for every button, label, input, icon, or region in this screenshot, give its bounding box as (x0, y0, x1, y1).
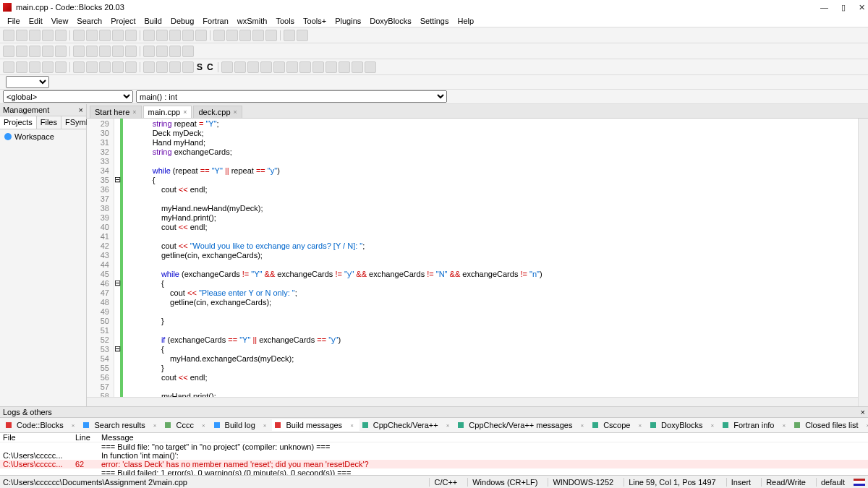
log-row[interactable]: C:\Users\ccccc...In function 'int main()… (0, 451, 868, 460)
log-tab-close-icon[interactable]: × (150, 421, 160, 429)
toolbar-button[interactable] (182, 61, 194, 73)
toolbar-button[interactable] (273, 61, 285, 73)
log-tab-close-icon[interactable]: × (635, 421, 644, 429)
toolbar-button[interactable] (73, 46, 85, 57)
menu-plugins[interactable]: Plugins (331, 17, 365, 25)
toolbar-button[interactable] (112, 46, 124, 57)
toolbar-button[interactable] (86, 46, 98, 57)
menu-tools+[interactable]: Tools+ (299, 17, 331, 25)
menu-doxyblocks[interactable]: DoxyBlocks (365, 17, 415, 25)
log-tab-close-icon[interactable]: × (443, 421, 453, 429)
toolbar-button[interactable] (125, 61, 137, 73)
toolbar-button[interactable] (86, 61, 98, 73)
log-tab[interactable]: Fortran info× (720, 419, 791, 431)
log-tab-close-icon[interactable]: × (199, 421, 208, 429)
log-tab[interactable]: Build log× (211, 419, 273, 431)
toolbar-button[interactable] (195, 30, 207, 41)
namespace-select[interactable]: <global> (3, 90, 133, 103)
workspace-node[interactable]: Workspace (0, 129, 86, 144)
maximize-button[interactable]: ▯ (841, 3, 846, 12)
toolbar-button[interactable] (73, 30, 85, 41)
toolbar-button[interactable] (112, 30, 124, 41)
tab-close-icon[interactable]: × (234, 108, 237, 116)
tab-close-icon[interactable]: × (183, 108, 187, 116)
toolbar-button[interactable] (112, 61, 124, 73)
toolbar-button[interactable] (339, 61, 350, 73)
toolbar-button[interactable] (29, 30, 41, 41)
log-tab-close-icon[interactable]: × (864, 421, 868, 429)
log-tab[interactable]: Build messages× (272, 419, 359, 431)
toolbar-button[interactable] (252, 30, 264, 41)
menu-edit[interactable]: Edit (25, 17, 47, 25)
function-select[interactable]: main() : int (136, 90, 447, 103)
log-tab[interactable]: Search results× (80, 419, 162, 431)
menu-wxsmith[interactable]: wxSmith (233, 17, 272, 25)
toolbar-button[interactable] (260, 61, 272, 73)
toolbar-button[interactable] (42, 30, 54, 41)
toolbar-button[interactable] (182, 30, 194, 41)
log-tab-close-icon[interactable]: × (708, 421, 718, 429)
toolbar-button[interactable] (3, 46, 14, 57)
mgmt-tab-files[interactable]: Files (37, 116, 61, 129)
toolbar-C[interactable]: C (205, 62, 215, 72)
toolbar-button[interactable] (143, 30, 155, 41)
toolbar-button[interactable] (16, 30, 27, 41)
toolbar-button[interactable] (221, 61, 233, 73)
vertical-scrollbar[interactable] (858, 119, 868, 406)
menu-tools[interactable]: Tools (271, 17, 299, 25)
toolbar-button[interactable] (3, 61, 14, 73)
toolbar-button[interactable] (99, 61, 111, 73)
toolbar-button[interactable] (299, 61, 311, 73)
menu-build[interactable]: Build (140, 17, 166, 25)
mgmt-tab-projects[interactable]: Projects (0, 116, 37, 129)
toolbar-button[interactable] (55, 61, 67, 73)
toolbar-button[interactable] (297, 30, 308, 41)
log-row[interactable]: === Build file: "no target" in "no proje… (0, 442, 868, 451)
toolbar-button[interactable] (29, 46, 41, 57)
toolbar-button[interactable] (169, 30, 181, 41)
code-editor[interactable]: 2930313233343536373839404142434445464748… (87, 119, 868, 406)
toolbar-button[interactable] (42, 61, 54, 73)
log-row[interactable]: C:\Users\ccccc...62error: 'class Deck' h… (0, 460, 868, 468)
menu-file[interactable]: File (3, 17, 25, 25)
toolbar-button[interactable] (99, 30, 111, 41)
toolbar-button[interactable] (365, 61, 376, 73)
log-tab-close-icon[interactable]: × (69, 421, 78, 429)
log-tab[interactable]: CppCheck/Vera++× (359, 419, 456, 431)
toolbar-button[interactable] (55, 30, 67, 41)
toolbar-button[interactable] (156, 61, 168, 73)
toolbar-button[interactable] (182, 46, 194, 57)
menu-help[interactable]: Help (453, 17, 478, 25)
editor-tab[interactable]: deck.cpp× (193, 106, 242, 118)
toolbar-button[interactable] (143, 61, 155, 73)
toolbar-button[interactable] (312, 61, 324, 73)
toolbar-S[interactable]: S (195, 62, 204, 72)
editor-tab[interactable]: Start here× (90, 106, 142, 118)
toolbar-button[interactable] (29, 61, 41, 73)
log-tab[interactable]: Cccc× (162, 419, 210, 431)
minimize-button[interactable]: — (820, 3, 828, 12)
menu-project[interactable]: Project (106, 17, 140, 25)
log-tab[interactable]: Closed files list× (791, 419, 868, 431)
toolbar-button[interactable] (265, 30, 277, 41)
toolbar-button[interactable] (226, 30, 238, 41)
toolbar-button[interactable] (156, 30, 168, 41)
toolbar-button[interactable] (16, 61, 27, 73)
toolbar-button[interactable] (239, 30, 251, 41)
toolbar-button[interactable] (352, 61, 363, 73)
toolbar-button[interactable] (125, 30, 137, 41)
toolbar-button[interactable] (99, 46, 111, 57)
menu-search[interactable]: Search (72, 17, 106, 25)
toolbar-button[interactable] (125, 46, 137, 57)
log-tab[interactable]: Code::Blocks× (3, 419, 80, 431)
log-tab-close-icon[interactable]: × (347, 421, 357, 429)
toolbar-button[interactable] (169, 61, 181, 73)
toolbar-button[interactable] (73, 61, 85, 73)
toolbar-button[interactable] (86, 30, 98, 41)
log-tab-close-icon[interactable]: × (260, 421, 270, 429)
log-tab-close-icon[interactable]: × (779, 421, 788, 429)
toolbar-button[interactable] (247, 61, 259, 73)
log-tab[interactable]: Cscope× (590, 419, 647, 431)
toolbar-button[interactable] (286, 61, 298, 73)
log-tab[interactable]: CppCheck/Vera++ messages× (455, 419, 590, 431)
